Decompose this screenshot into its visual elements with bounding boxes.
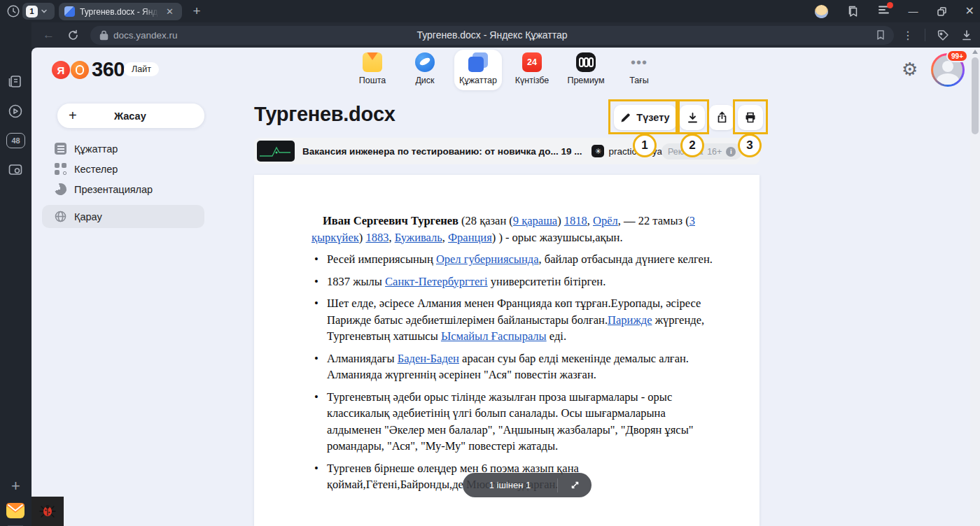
browser-window: 1 Тургенев.docx - Яндекс Құжаттар ✕ + — (0, 0, 980, 526)
sidebar-item-documents[interactable]: Құжаттар (42, 138, 204, 159)
doc-text: , — 22 тамыз ( (618, 214, 690, 227)
doc-text: (28 қазан ( (458, 214, 513, 227)
doc-text: еді. (547, 329, 566, 343)
disk-icon (415, 52, 435, 72)
tab-title: Тургенев.docx - Яндекс Құжаттар (80, 7, 161, 17)
doc-text: Ресей империясының (327, 253, 436, 266)
create-button[interactable]: + Жасау (57, 104, 204, 128)
plus-icon: + (69, 108, 77, 124)
speed-badge-icon[interactable]: 48 (6, 133, 25, 148)
doc-text: 1837 жылы (327, 275, 385, 288)
service-label: Құжаттар (459, 76, 497, 85)
feed-icon[interactable] (7, 73, 24, 90)
history-icon[interactable] (6, 3, 21, 19)
minimize-button[interactable]: — (909, 6, 918, 16)
doc-text: университетін бітірген. (488, 275, 606, 288)
yandex-logo-icon[interactable]: Я (52, 61, 70, 79)
create-button-label: Жасау (77, 111, 183, 122)
pie-icon (53, 182, 68, 197)
yandex-360-icon (71, 61, 89, 79)
service-premium[interactable]: Премиум (564, 52, 608, 90)
doc-text: , байлар отбасында дүниеге келген. (538, 253, 712, 266)
doc-link[interactable]: Орел губерниясында (436, 253, 539, 266)
doc-link[interactable]: 1883 (365, 231, 388, 244)
tab-group-chip[interactable]: 1 (22, 3, 55, 20)
service-calendar[interactable]: 24 Күнтізбе (510, 52, 554, 90)
browser-tab-bar: 1 Тургенев.docx - Яндекс Құжаттар ✕ + — (0, 0, 980, 22)
doc-text: , (388, 231, 394, 244)
sidebar-item-presentations[interactable]: Презентациялар (42, 179, 204, 199)
docs-icon (468, 52, 488, 72)
menu-notification-dot (887, 2, 893, 8)
bookmarks-panel-icon[interactable] (846, 5, 860, 18)
restore-button[interactable] (937, 6, 947, 17)
doc-link[interactable]: 1818 (564, 214, 587, 227)
play-icon[interactable] (7, 103, 24, 120)
new-tab-button[interactable]: + (188, 2, 206, 20)
page-title: Тургенев.docx - Яндекс Құжаттар (90, 29, 894, 41)
share-icon (716, 111, 728, 124)
doc-link[interactable]: Баден-Баден (398, 352, 459, 365)
sidebar-item-view[interactable]: Қарау (42, 205, 204, 228)
download-icon (687, 112, 699, 124)
rail-add-icon[interactable]: + (0, 477, 31, 495)
service-label: Күнтізбе (515, 76, 550, 85)
page-indicator-pill: 1 ішінен 1 (463, 473, 592, 497)
sidebar-item-label: Құжаттар (74, 143, 118, 155)
scrollbar-thumb[interactable] (972, 57, 979, 134)
yandex-mail-icon[interactable] (6, 501, 25, 520)
reload-icon[interactable] (67, 29, 79, 41)
sidebar-item-label: Кестелер (74, 164, 118, 175)
screenshot-icon[interactable] (7, 162, 24, 178)
downloads-icon[interactable] (961, 29, 972, 41)
fullscreen-expand-icon[interactable] (558, 480, 592, 490)
address-bar: ← docs.yandex.ru Тургенев.docx - Яндекс … (31, 22, 980, 48)
logo-letter: Я (57, 64, 65, 76)
service-label: Тағы (629, 76, 649, 85)
collections-tag-icon[interactable] (937, 29, 950, 41)
settings-gear-icon[interactable]: ⚙ (902, 59, 918, 80)
service-disk[interactable]: Диск (402, 52, 447, 90)
doc-link[interactable]: Санкт-Петербургтегі (385, 275, 488, 288)
page-indicator-label: 1 ішінен 1 (463, 480, 557, 490)
notifications-badge: 99+ (946, 50, 968, 62)
scrollbar[interactable] (970, 48, 980, 526)
printer-icon (744, 111, 757, 124)
doc-link[interactable]: Орёл (593, 214, 618, 227)
browser-profile-avatar[interactable] (815, 5, 828, 18)
scroll-up-arrow[interactable] (972, 50, 978, 54)
download-button[interactable] (680, 105, 705, 130)
ad-info-icon[interactable]: i (726, 147, 736, 157)
print-button[interactable] (738, 105, 763, 130)
bookmark-icon[interactable] (876, 29, 886, 41)
doc-body: Иван Сергеевич Тургенев (28 қазан (9 қар… (312, 213, 713, 499)
sidebar-item-label: Презентациялар (74, 184, 153, 195)
close-button[interactable]: ✕ (965, 6, 974, 17)
doc-link[interactable]: Франция (448, 231, 492, 244)
doc-text: Алманиядағы (327, 352, 398, 365)
window-controls: — ✕ (815, 0, 974, 22)
back-icon[interactable]: ← (43, 28, 55, 42)
divider (925, 29, 925, 41)
doc-link[interactable]: 9 қараша (513, 214, 557, 227)
browser-menu-icon[interactable] (878, 4, 890, 18)
service-docs[interactable]: Құжаттар (456, 52, 500, 90)
annotation-circle-2: 2 (680, 134, 704, 157)
doc-link[interactable]: Ысмайыл Ғаспыралы (441, 329, 547, 343)
doc-link[interactable]: Парижде (608, 313, 652, 327)
more-options-icon[interactable]: ⋮ (902, 29, 913, 42)
doc-link[interactable]: Буживаль (395, 231, 442, 244)
doc-bullet: Ресей империясының Орел губерниясында, б… (312, 251, 713, 268)
service-mail[interactable]: Пошта (350, 52, 395, 90)
sidebar-item-tables[interactable]: Кестелер (42, 159, 204, 179)
share-button[interactable] (709, 105, 734, 130)
rail-badge-label: 48 (11, 136, 20, 145)
tab-close-icon[interactable]: ✕ (166, 7, 174, 16)
service-more[interactable]: ••• Тағы (617, 52, 662, 90)
url-field[interactable]: docs.yandex.ru Тургенев.docx - Яндекс Құ… (90, 26, 894, 45)
browser-tab[interactable]: Тургенев.docx - Яндекс Құжаттар ✕ (59, 3, 182, 20)
service-label: Диск (415, 76, 434, 85)
edit-button[interactable]: Түзету (614, 105, 676, 130)
doc-bullet: Алманиядағы Баден-Баден арасан суы бар е… (312, 350, 713, 383)
yandex-docs-favicon (64, 6, 75, 17)
